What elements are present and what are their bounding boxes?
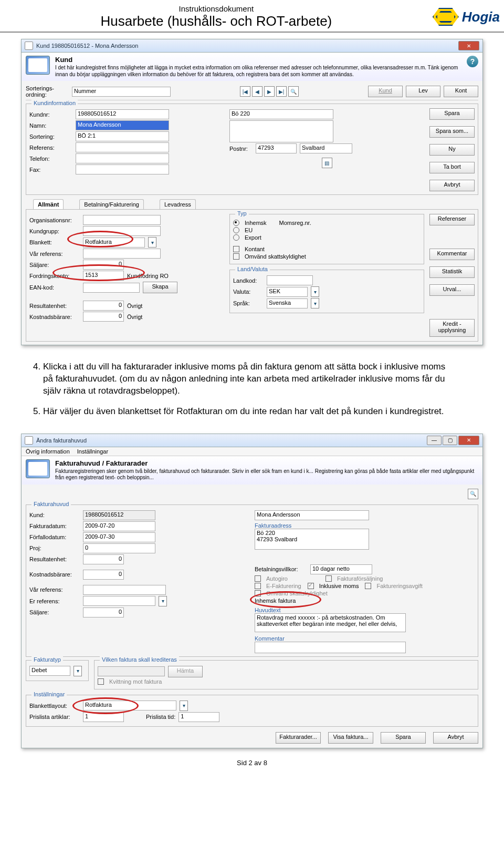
nav-first-icon[interactable]: |◀ xyxy=(240,86,250,97)
search-icon[interactable]: 🔍 xyxy=(468,489,478,499)
spara2-button[interactable]: Spara xyxy=(381,732,426,744)
ean-field[interactable] xyxy=(83,283,140,293)
saljare-field[interactable]: 0 xyxy=(83,260,124,270)
chevron-down-icon[interactable]: ▾ xyxy=(180,701,188,711)
chevron-down-icon[interactable]: ▾ xyxy=(74,666,82,676)
proj-field[interactable]: 0 xyxy=(83,543,155,553)
resultat-label: Resultatenhet: xyxy=(29,303,80,309)
blankett-field[interactable]: Rotfaktura xyxy=(83,238,145,248)
chk-kontant[interactable] xyxy=(233,246,239,252)
radio-eu[interactable] xyxy=(233,227,239,233)
chevron-down-icon[interactable]: ▾ xyxy=(311,286,319,297)
saljare2-field[interactable]: 0 xyxy=(83,607,124,617)
tab-levadress[interactable]: Levadress xyxy=(160,199,196,209)
close-button[interactable]: ✕ xyxy=(458,41,479,50)
faktadr-field[interactable]: Bö 220 47293 Svalbard xyxy=(255,529,369,550)
minimize-button[interactable]: — xyxy=(427,436,442,445)
close-button[interactable]: ✕ xyxy=(458,436,479,445)
avbryt2-button[interactable]: Avbryt xyxy=(433,732,478,744)
nav-last-icon[interactable]: ▶| xyxy=(276,86,287,97)
visafaktura-button[interactable]: Visa faktura... xyxy=(328,732,373,744)
addr2-field[interactable] xyxy=(229,120,333,142)
help-button[interactable]: ? xyxy=(467,56,478,67)
chevron-down-icon[interactable]: ▾ xyxy=(311,298,319,308)
kont-button[interactable]: Kont xyxy=(444,86,478,97)
chk-omvand2[interactable] xyxy=(255,590,261,596)
fax-field[interactable] xyxy=(76,164,169,174)
kredit-button[interactable]: Kredit - upplysning xyxy=(429,319,475,337)
valuta-field[interactable]: SEK xyxy=(267,287,308,297)
orgnr-field[interactable] xyxy=(83,215,161,225)
instruction-4: Klicka i att du vill ha fakturarader ink… xyxy=(43,361,446,397)
addr-field[interactable]: Bö 220 xyxy=(229,109,333,119)
avbryt-button[interactable]: Avbryt xyxy=(429,180,475,191)
nav-prev-icon[interactable]: ◀ xyxy=(252,86,262,97)
tab-betalning[interactable]: Betalning/Fakturering xyxy=(79,199,144,209)
document-icon xyxy=(26,459,50,478)
telefon-field[interactable] xyxy=(76,153,169,163)
kostnad-field[interactable]: 0 xyxy=(83,312,124,322)
menu-ovrig[interactable]: Övrig information xyxy=(26,448,70,455)
chk-ffors[interactable] xyxy=(326,575,332,582)
kund-button[interactable]: Kund xyxy=(368,86,403,97)
fakturarader-button[interactable]: Fakturarader... xyxy=(276,732,321,744)
namn-field[interactable]: Mona Andersson xyxy=(76,120,169,130)
blay-field[interactable]: Rotfaktura xyxy=(83,701,176,710)
fakturatyp-field[interactable]: Debet xyxy=(29,666,70,676)
kommentar-field[interactable] xyxy=(255,642,406,653)
nav-next-icon[interactable]: ▶ xyxy=(264,86,275,97)
kundnamn-field[interactable]: Mona Andersson xyxy=(255,510,369,520)
chk-efakt[interactable] xyxy=(255,583,261,589)
postnr-field[interactable]: 47293 xyxy=(256,143,297,153)
kundnr-field[interactable]: 198805016512 xyxy=(76,109,169,119)
sprak-field[interactable]: Svenska xyxy=(267,298,308,308)
tab-allmant[interactable]: Allmänt xyxy=(33,199,64,209)
skapa-button[interactable]: Skapa xyxy=(143,282,177,293)
sortering-field[interactable]: BÖ 2:1 xyxy=(76,131,169,141)
chk-kvitt[interactable] xyxy=(98,678,104,685)
radio-export[interactable] xyxy=(233,234,239,241)
betv-field[interactable]: 10 dagar netto xyxy=(310,564,372,574)
chk-autogiro[interactable] xyxy=(255,575,261,582)
referens-field[interactable] xyxy=(76,142,169,152)
tabort-button[interactable]: Ta bort xyxy=(429,162,475,173)
hamta-button[interactable]: Hämta xyxy=(168,666,203,677)
search-icon[interactable]: 🔍 xyxy=(288,86,299,97)
info-paragraph: I det här kundregistret finns möjlighete… xyxy=(55,65,461,78)
landkod-field[interactable] xyxy=(267,275,313,285)
huvudtext-field[interactable]: Rotavdrag med xxxxxx :- på arbetskostnad… xyxy=(255,613,406,632)
sort-field[interactable]: Nummer xyxy=(72,87,171,97)
part-field[interactable]: 1 xyxy=(83,712,124,722)
chevron-down-icon[interactable]: ▾ xyxy=(159,596,167,606)
varref2-field[interactable] xyxy=(83,585,166,595)
varref-field[interactable] xyxy=(83,249,161,259)
ffdat-field[interactable]: 2009-07-30 xyxy=(83,532,155,542)
postort-field[interactable]: Svalbard xyxy=(300,143,352,153)
spara-som-button[interactable]: Spara som... xyxy=(429,126,475,138)
fordring-field[interactable]: 1513 xyxy=(83,271,124,281)
radio-inhemsk[interactable] xyxy=(233,220,239,226)
card-icon[interactable]: ▤ xyxy=(322,158,332,168)
urval-button[interactable]: Urval... xyxy=(429,284,475,296)
menu-installningar[interactable]: Inställningar xyxy=(77,448,108,455)
kund-field[interactable]: 198805016512 xyxy=(83,510,155,520)
ptid-field[interactable]: 1 xyxy=(178,712,219,722)
chk-omvand[interactable] xyxy=(233,253,239,260)
resultat2-field[interactable]: 0 xyxy=(83,554,124,564)
referenser-button[interactable]: Referenser xyxy=(429,214,475,225)
maximize-button[interactable]: ▢ xyxy=(443,436,457,445)
chevron-down-icon[interactable]: ▾ xyxy=(148,237,156,248)
ny-button[interactable]: Ny xyxy=(429,144,475,156)
chk-favg[interactable] xyxy=(365,583,371,589)
spara-button[interactable]: Spara xyxy=(429,108,475,120)
kred-field[interactable] xyxy=(98,666,165,676)
kundgrupp-field[interactable] xyxy=(83,226,161,236)
fdat-field[interactable]: 2009-07-20 xyxy=(83,521,155,531)
lev-button[interactable]: Lev xyxy=(406,86,440,97)
chk-inklmoms[interactable] xyxy=(308,583,314,589)
kommentar-button[interactable]: Kommentar xyxy=(429,249,475,260)
erref-field[interactable] xyxy=(83,596,155,606)
kostnad2-field[interactable]: 0 xyxy=(83,570,124,580)
resultat-field[interactable]: 0 xyxy=(83,301,124,311)
statistik-button[interactable]: Statistik xyxy=(429,266,475,278)
